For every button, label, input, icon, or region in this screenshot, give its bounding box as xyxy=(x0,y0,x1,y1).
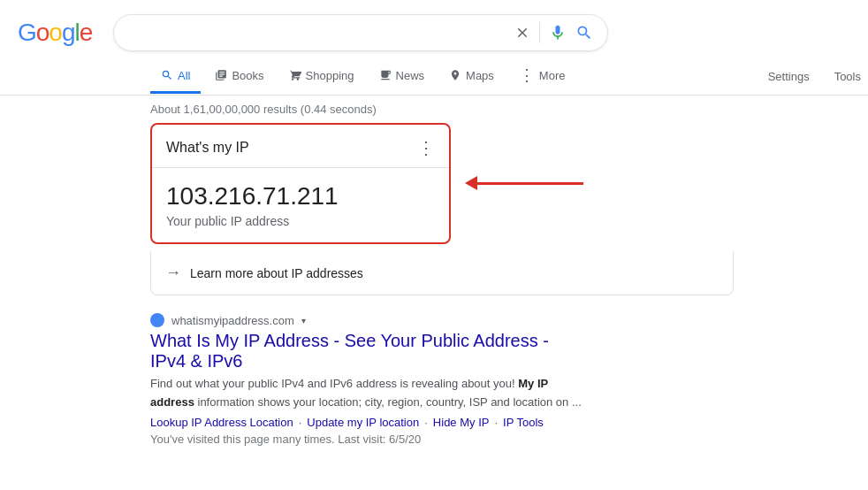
ip-widget-title: What's my IP xyxy=(166,140,249,156)
nav-news-label: News xyxy=(396,69,425,82)
sep-2: · xyxy=(424,416,428,429)
all-icon xyxy=(161,69,173,81)
shopping-icon xyxy=(289,69,301,81)
nav-settings: Settings Tools xyxy=(761,66,868,87)
search-button[interactable] xyxy=(575,24,593,42)
nav-books-label: Books xyxy=(232,69,263,82)
learn-more-section: → Learn more about IP addresses xyxy=(150,251,734,295)
result-snippet: Find out what your public IPv4 and IPv6 … xyxy=(150,375,583,412)
red-arrow xyxy=(465,176,583,190)
ip-address-label: Your public IP address xyxy=(166,214,435,228)
nav-item-books[interactable]: Books xyxy=(204,60,274,94)
favicon xyxy=(150,313,164,327)
site-url: whatismyipaddress.com xyxy=(171,314,294,327)
result-link-2[interactable]: Update my IP location xyxy=(307,416,419,429)
result-link-4[interactable]: IP Tools xyxy=(503,416,544,429)
tools-link[interactable]: Tools xyxy=(827,66,868,87)
nav-maps-label: Maps xyxy=(466,69,494,82)
ip-widget-body: 103.216.71.211 Your public IP address xyxy=(152,168,449,242)
nav-more-label: More xyxy=(539,69,566,82)
main-content: What's my IP ⋮ 103.216.71.211 Your publi… xyxy=(0,123,583,446)
ip-address-value: 103.216.71.211 xyxy=(166,182,435,211)
sep-1: · xyxy=(299,416,302,429)
settings-link[interactable]: Settings xyxy=(761,66,817,87)
nav-item-more[interactable]: ⋮ More xyxy=(508,58,576,95)
search-bar: what is my ip address xyxy=(113,14,608,51)
visited-note: You've visited this page many times. Las… xyxy=(150,433,583,446)
result-link-1[interactable]: Lookup IP Address Location xyxy=(150,416,293,429)
header: Google what is my ip address xyxy=(0,0,868,51)
learn-more-text: Learn more about IP addresses xyxy=(190,266,363,280)
ip-widget: What's my IP ⋮ 103.216.71.211 Your publi… xyxy=(150,123,451,244)
search-input[interactable]: what is my ip address xyxy=(128,25,506,41)
nav-item-all[interactable]: All xyxy=(150,60,201,94)
close-icon xyxy=(514,25,530,41)
books-icon xyxy=(215,69,227,81)
search-icon xyxy=(575,24,593,42)
arrow-head xyxy=(465,176,477,190)
results-info: About 1,61,00,00,000 results (0.44 secon… xyxy=(0,96,868,123)
snippet-start: Find out what your public IPv4 and IPv6 … xyxy=(150,377,518,390)
site-dropdown-icon[interactable]: ▾ xyxy=(301,316,306,325)
nav-item-shopping[interactable]: Shopping xyxy=(278,60,365,94)
search-icons xyxy=(514,22,593,43)
microphone-icon xyxy=(549,24,567,42)
sep-3: · xyxy=(494,416,498,429)
ip-widget-header: What's my IP ⋮ xyxy=(152,125,449,168)
result-title-link[interactable]: What Is My IP Address - See Your Public … xyxy=(150,331,583,371)
result-link-3[interactable]: Hide My IP xyxy=(433,416,490,429)
results-count: About 1,61,00,00,000 results (0.44 secon… xyxy=(150,103,377,116)
news-icon xyxy=(379,69,392,81)
arrow-line xyxy=(477,182,583,185)
result-links: Lookup IP Address Location · Update my I… xyxy=(150,416,583,429)
search-nav: All Books Shopping News Maps ⋮ More Sett… xyxy=(0,51,868,96)
voice-search-button[interactable] xyxy=(549,24,567,42)
arrow-right-icon: → xyxy=(165,264,181,282)
nav-item-maps[interactable]: Maps xyxy=(438,60,505,94)
more-options-button[interactable]: ⋮ xyxy=(417,137,435,158)
nav-item-news[interactable]: News xyxy=(369,60,436,94)
nav-shopping-label: Shopping xyxy=(306,69,354,82)
clear-button[interactable] xyxy=(514,25,530,41)
learn-more-link[interactable]: → Learn more about IP addresses xyxy=(151,251,733,295)
snippet-end: information shows your location; city, r… xyxy=(194,395,582,409)
ip-widget-container: What's my IP ⋮ 103.216.71.211 Your publi… xyxy=(150,123,583,244)
nav-all-label: All xyxy=(178,69,190,82)
google-logo: Google xyxy=(18,19,92,47)
more-dots-icon: ⋮ xyxy=(519,67,535,83)
organic-result: whatismyipaddress.com ▾ What Is My IP Ad… xyxy=(150,313,583,446)
site-url-line: whatismyipaddress.com ▾ xyxy=(150,313,583,327)
maps-icon xyxy=(449,69,461,81)
divider xyxy=(539,22,540,43)
